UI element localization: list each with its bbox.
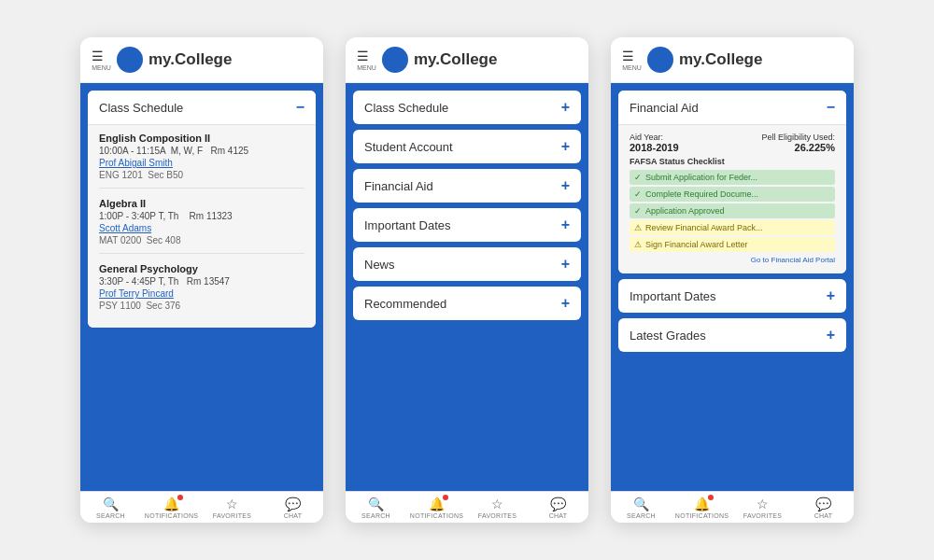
logo-circle-2 bbox=[382, 47, 408, 73]
class-prof-2[interactable]: Prof Terry Pincard bbox=[99, 288, 304, 299]
phone-1-nav: 🔍 SEARCH 🔔 NOTIFICATIONS ☆ FAVORITES 💬 C… bbox=[80, 491, 323, 523]
checklist-item-0[interactable]: ✓ Submit Application for Feder... bbox=[630, 170, 835, 185]
class-schedule-toggle-icon-2: + bbox=[561, 100, 570, 115]
financial-aid-toggle-icon-2: + bbox=[561, 178, 570, 193]
warning-icon-3: ⚠ bbox=[634, 223, 642, 232]
nav-favorites-label-3: FAVORITES bbox=[743, 512, 782, 519]
important-dates-title-2: Important Dates bbox=[364, 218, 451, 232]
class-code-0: ENG 1201 Sec B50 bbox=[99, 170, 304, 180]
accordion-important-dates-header-2[interactable]: Important Dates + bbox=[353, 208, 581, 242]
accordion-important-dates-header-3[interactable]: Important Dates + bbox=[618, 279, 846, 313]
financial-aid-body: Aid Year: 2018-2019 Pell Eligibility Use… bbox=[618, 124, 846, 273]
star-icon-3: ☆ bbox=[757, 497, 769, 511]
warning-icon-4: ⚠ bbox=[634, 240, 642, 249]
nav-search-3[interactable]: 🔍 SEARCH bbox=[617, 497, 666, 519]
menu-wrapper-1[interactable]: ☰ MENU bbox=[92, 49, 111, 71]
logo-circle-1 bbox=[117, 47, 143, 73]
notification-badge-1 bbox=[177, 495, 183, 500]
hamburger-icon[interactable]: ☰ bbox=[92, 49, 104, 63]
class-prof-0[interactable]: Prof Abigail Smith bbox=[99, 158, 304, 168]
news-toggle-icon: + bbox=[561, 257, 570, 272]
nav-favorites-label-2: FAVORITES bbox=[478, 512, 517, 519]
accordion-class-schedule-2: Class Schedule + bbox=[353, 91, 581, 124]
nav-chat-1[interactable]: 💬 CHAT bbox=[269, 497, 318, 519]
nav-search-2[interactable]: 🔍 SEARCH bbox=[352, 497, 401, 519]
fa-portal-link[interactable]: Go to Financial Aid Portal bbox=[630, 256, 835, 264]
class-prof-1[interactable]: Scott Adams bbox=[99, 223, 304, 233]
menu-wrapper-2[interactable]: ☰ MENU bbox=[357, 49, 376, 71]
check-icon-0: ✓ bbox=[634, 173, 642, 182]
phone-2: ☰ MENU my.College Class Schedule + Stude… bbox=[346, 37, 588, 523]
checklist-text-1: Complete Required Docume... bbox=[645, 189, 758, 199]
accordion-financial-aid-header-3[interactable]: Financial Aid − bbox=[618, 91, 846, 124]
fa-aid-year-label: Aid Year: bbox=[630, 133, 679, 142]
accordion-financial-aid-2: Financial Aid + bbox=[353, 169, 581, 203]
class-time-2: 3:30P - 4:45P T, Th Rm 13547 bbox=[99, 276, 304, 287]
nav-favorites-1[interactable]: ☆ FAVORITES bbox=[208, 497, 257, 519]
bell-icon-3: 🔔 bbox=[694, 497, 710, 511]
class-name-0: English Composition II bbox=[99, 133, 304, 144]
accordion-important-dates-3: Important Dates + bbox=[618, 279, 846, 313]
accordion-financial-aid-3: Financial Aid − Aid Year: 2018-2019 Pell… bbox=[618, 91, 846, 273]
accordion-important-dates-2: Important Dates + bbox=[353, 208, 581, 242]
phone-1: ☰ MENU my.College Class Schedule − Engli… bbox=[80, 37, 323, 523]
nav-notifications-1[interactable]: 🔔 NOTIFICATIONS bbox=[148, 497, 196, 519]
fa-pell-value: 26.225% bbox=[761, 142, 835, 153]
checklist-item-3[interactable]: ⚠ Review Financial Award Pack... bbox=[630, 220, 835, 235]
phone-3: ☰ MENU my.College Financial Aid − Aid Ye… bbox=[611, 37, 854, 523]
class-code-1: MAT 0200 Sec 408 bbox=[99, 235, 304, 245]
notification-badge-2 bbox=[443, 495, 448, 500]
header-3: ☰ MENU my.College bbox=[611, 37, 854, 83]
logo-bold-2: College bbox=[440, 50, 497, 68]
class-item-0: English Composition II 10:00A - 11:15A M… bbox=[99, 133, 304, 189]
nav-notifications-3[interactable]: 🔔 NOTIFICATIONS bbox=[678, 497, 727, 519]
class-item-2: General Psychology 3:30P - 4:45P T, Th R… bbox=[99, 263, 304, 318]
nav-search-label-3: SEARCH bbox=[627, 512, 656, 519]
recommended-title: Recommended bbox=[364, 297, 446, 311]
class-schedule-toggle-icon: − bbox=[296, 100, 304, 115]
search-icon-3: 🔍 bbox=[633, 497, 649, 511]
financial-aid-toggle-icon-3: − bbox=[827, 100, 835, 115]
bell-icon-2: 🔔 bbox=[429, 497, 445, 511]
checklist-item-1[interactable]: ✓ Complete Required Docume... bbox=[630, 187, 835, 202]
class-name-1: Algebra II bbox=[99, 198, 304, 209]
nav-chat-label-1: CHAT bbox=[284, 512, 303, 519]
accordion-class-schedule-header-2[interactable]: Class Schedule + bbox=[353, 91, 581, 124]
nav-search-1[interactable]: 🔍 SEARCH bbox=[87, 497, 135, 519]
important-dates-toggle-icon-2: + bbox=[561, 217, 570, 232]
checklist-item-2[interactable]: ✓ Application Approved bbox=[630, 203, 835, 218]
student-account-toggle-icon: + bbox=[561, 139, 570, 154]
nav-favorites-3[interactable]: ☆ FAVORITES bbox=[739, 497, 787, 519]
notification-badge-3 bbox=[708, 495, 714, 500]
menu-wrapper-3[interactable]: ☰ MENU bbox=[622, 49, 642, 71]
header-2: ☰ MENU my.College bbox=[346, 37, 588, 83]
fa-pell-block: Pell Eligibility Used: 26.225% bbox=[761, 133, 835, 153]
checklist-item-4[interactable]: ⚠ Sign Financial Award Letter bbox=[630, 237, 835, 252]
chat-icon-1: 💬 bbox=[285, 497, 301, 511]
class-code-2: PSY 1100 Sec 376 bbox=[99, 301, 304, 311]
accordion-financial-aid-header-2[interactable]: Financial Aid + bbox=[353, 169, 581, 203]
checklist-text-2: Application Approved bbox=[645, 206, 725, 216]
class-schedule-title: Class Schedule bbox=[99, 101, 183, 115]
phone-3-content: Financial Aid − Aid Year: 2018-2019 Pell… bbox=[611, 83, 854, 491]
hamburger-icon-2[interactable]: ☰ bbox=[357, 49, 369, 63]
recommended-toggle-icon: + bbox=[561, 296, 570, 311]
accordion-class-schedule-header[interactable]: Class Schedule − bbox=[88, 91, 316, 124]
student-account-title: Student Account bbox=[364, 140, 453, 154]
logo-regular-2: my. bbox=[414, 50, 440, 68]
nav-notifications-2[interactable]: 🔔 NOTIFICATIONS bbox=[413, 497, 461, 519]
search-icon-2: 🔍 bbox=[368, 497, 384, 511]
accordion-news-header[interactable]: News + bbox=[353, 247, 581, 281]
search-icon-1: 🔍 bbox=[103, 497, 119, 511]
nav-chat-3[interactable]: 💬 CHAT bbox=[800, 497, 848, 519]
accordion-recommended-header[interactable]: Recommended + bbox=[353, 287, 581, 320]
nav-chat-2[interactable]: 💬 CHAT bbox=[534, 497, 583, 519]
hamburger-icon-3[interactable]: ☰ bbox=[622, 49, 634, 63]
accordion-latest-grades-header[interactable]: Latest Grades + bbox=[618, 318, 846, 352]
accordion-latest-grades: Latest Grades + bbox=[618, 318, 846, 352]
important-dates-title-3: Important Dates bbox=[630, 289, 716, 303]
accordion-student-account-header[interactable]: Student Account + bbox=[353, 130, 581, 163]
important-dates-toggle-icon-3: + bbox=[827, 288, 835, 303]
logo-regular-1: my. bbox=[149, 50, 175, 68]
nav-favorites-2[interactable]: ☆ FAVORITES bbox=[474, 497, 522, 519]
